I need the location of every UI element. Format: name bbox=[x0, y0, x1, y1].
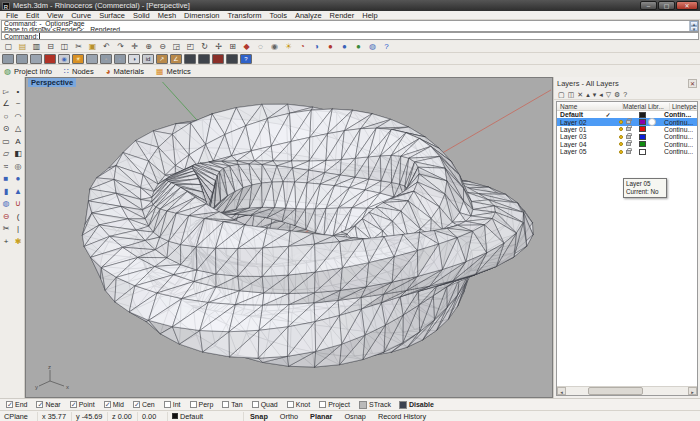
checkbox[interactable] bbox=[70, 401, 77, 408]
menu-item[interactable]: Help bbox=[358, 11, 381, 20]
status-toggle[interactable]: Record History bbox=[372, 412, 432, 421]
pan-view-icon[interactable]: ✢ bbox=[212, 41, 225, 52]
checkbox[interactable] bbox=[319, 401, 326, 408]
lightbulb-icon[interactable]: ☀ bbox=[282, 41, 295, 52]
smarttrack-button[interactable]: STrack bbox=[359, 401, 391, 409]
osnap-checkbox-item[interactable]: Knot bbox=[287, 401, 310, 408]
menu-item[interactable]: File bbox=[2, 11, 22, 20]
osnap-checkbox-item[interactable]: Mid bbox=[104, 401, 124, 408]
ellipse-tool-icon[interactable]: ⊙ bbox=[0, 123, 12, 135]
layer-visibility-bulb-icon[interactable] bbox=[619, 142, 623, 146]
viewport-title[interactable]: Perspective bbox=[28, 78, 76, 87]
object-id-icon[interactable]: id bbox=[142, 54, 154, 64]
hide-object-icon[interactable]: ◌ bbox=[254, 41, 267, 52]
menu-item[interactable]: Analyze bbox=[291, 11, 326, 20]
layer-linetype[interactable]: Continu... bbox=[658, 148, 697, 155]
undo-icon[interactable]: ↶ bbox=[100, 41, 113, 52]
move-down-icon[interactable]: ▾ bbox=[593, 90, 597, 99]
texture-palette-icon[interactable]: ◦ bbox=[100, 54, 112, 64]
scroll-left-icon[interactable]: ◂ bbox=[557, 387, 566, 395]
checkbox[interactable] bbox=[133, 401, 140, 408]
help-icon[interactable]: ? bbox=[380, 41, 393, 52]
menu-item[interactable]: Transform bbox=[224, 11, 266, 20]
point-tool-icon[interactable]: • bbox=[12, 85, 24, 97]
layer-tools-icon[interactable]: ⚙ bbox=[614, 90, 620, 99]
layer-lock-icon[interactable] bbox=[626, 127, 631, 131]
column-linetype[interactable]: Linetype bbox=[670, 103, 697, 110]
layer-lock-icon[interactable] bbox=[626, 135, 631, 139]
layer-linetype[interactable]: Contin... bbox=[658, 111, 697, 118]
loft-tool-icon[interactable]: ≈ bbox=[0, 160, 12, 172]
split-tool-icon[interactable]: | bbox=[12, 223, 24, 235]
trim-tool-icon[interactable]: ✂ bbox=[0, 223, 12, 235]
mesh-object[interactable] bbox=[82, 104, 533, 367]
command-history-scrollbar[interactable]: ▴ ▾ bbox=[689, 21, 698, 31]
zoom-window-icon[interactable]: ◲ bbox=[170, 41, 183, 52]
material-editor-icon[interactable] bbox=[86, 54, 98, 64]
status-toggle[interactable]: Snap bbox=[244, 412, 274, 421]
revolve-tool-icon[interactable]: ◎ bbox=[12, 160, 24, 172]
osnap-checkbox-item[interactable]: Quad bbox=[252, 401, 278, 408]
layer-linetype[interactable]: Continu... bbox=[658, 119, 697, 126]
layer-lock-icon[interactable] bbox=[626, 150, 631, 154]
checkbox[interactable] bbox=[190, 401, 197, 408]
menu-item[interactable]: Tools bbox=[265, 11, 291, 20]
menu-item[interactable]: Solid bbox=[129, 11, 154, 20]
layer-row[interactable]: Layer 01 Continu... bbox=[557, 126, 697, 133]
scroll-thumb[interactable] bbox=[588, 387, 643, 395]
scroll-track[interactable] bbox=[566, 387, 688, 395]
collapse-icon[interactable]: ◂ bbox=[599, 90, 603, 99]
paste-icon[interactable]: ▣ bbox=[86, 41, 99, 52]
command-input[interactable]: Command: bbox=[1, 32, 699, 40]
polyline-tool-icon[interactable]: ∠ bbox=[0, 98, 12, 110]
menu-item[interactable]: Edit bbox=[22, 11, 43, 20]
new-file-icon[interactable]: ▢ bbox=[2, 41, 15, 52]
layer-color-swatch[interactable] bbox=[639, 119, 646, 125]
layer-color-swatch[interactable] bbox=[639, 141, 646, 147]
layer-linetype[interactable]: Continu... bbox=[658, 141, 697, 148]
maximize-button[interactable]: ▢ bbox=[658, 1, 675, 10]
move-icon[interactable]: ✛ bbox=[128, 41, 141, 52]
dark-thumb-2-icon[interactable] bbox=[198, 54, 210, 64]
sphere-red-icon[interactable]: ● bbox=[324, 41, 337, 52]
save-icon[interactable]: ▥ bbox=[30, 41, 43, 52]
status-toggle[interactable]: Ortho bbox=[274, 412, 304, 421]
zoom-out-icon[interactable]: ⊖ bbox=[156, 41, 169, 52]
rotate-view-icon[interactable]: ↻ bbox=[198, 41, 211, 52]
help-blue-icon[interactable]: ? bbox=[240, 54, 252, 64]
sun-settings-icon[interactable]: ☀ bbox=[72, 54, 84, 64]
tab-materials[interactable]: ◕ Materials bbox=[106, 67, 144, 76]
dark-thumb-4-icon[interactable] bbox=[226, 54, 238, 64]
viewport-shaded-icon[interactable] bbox=[16, 54, 28, 64]
layer-visibility-bulb-icon[interactable] bbox=[619, 120, 623, 124]
fillet-tool-icon[interactable]: ( bbox=[12, 210, 24, 222]
osnap-checkbox-item[interactable]: Near bbox=[36, 401, 60, 408]
layer-help-icon[interactable]: ? bbox=[623, 90, 627, 99]
disable-osnap-button[interactable]: Disable bbox=[399, 401, 434, 409]
box-tool-icon[interactable]: ■ bbox=[0, 173, 12, 185]
cylinder-tool-icon[interactable]: ▮ bbox=[0, 185, 12, 197]
zoom-extents-icon[interactable]: ◰ bbox=[184, 41, 197, 52]
filter-icon[interactable]: ▽ bbox=[606, 90, 611, 99]
menu-item[interactable]: Dimension bbox=[180, 11, 223, 20]
scroll-right-icon[interactable]: ▸ bbox=[688, 387, 697, 395]
checkbox[interactable] bbox=[6, 401, 13, 408]
environment-icon[interactable]: ◦ bbox=[114, 54, 126, 64]
status-toggle[interactable]: Planar bbox=[304, 412, 338, 421]
sphere-green-icon[interactable]: ● bbox=[352, 41, 365, 52]
cplane-button[interactable]: CPlane bbox=[0, 412, 38, 421]
tab-project-info[interactable]: ◍ Project Info bbox=[4, 67, 52, 76]
arc-tool-icon[interactable]: ◠ bbox=[12, 110, 24, 122]
column-name[interactable]: Name bbox=[557, 103, 623, 110]
checkbox[interactable] bbox=[164, 401, 171, 408]
globe-icon[interactable]: ◍ bbox=[366, 41, 379, 52]
move-up-icon[interactable]: ▴ bbox=[586, 90, 590, 99]
layer-visibility-bulb-icon[interactable] bbox=[619, 150, 623, 154]
join-tool-icon[interactable]: + bbox=[0, 235, 12, 247]
osnap-checkbox-item[interactable]: Point bbox=[70, 401, 95, 408]
boolean-union-icon[interactable]: ∪ bbox=[12, 198, 24, 210]
shade-icon[interactable]: ◆ bbox=[240, 41, 253, 52]
delete-layer-icon[interactable]: ✕ bbox=[577, 90, 583, 99]
copy-icon[interactable]: ◫ bbox=[58, 41, 71, 52]
measure-angle-icon[interactable]: ∠ bbox=[170, 54, 182, 64]
